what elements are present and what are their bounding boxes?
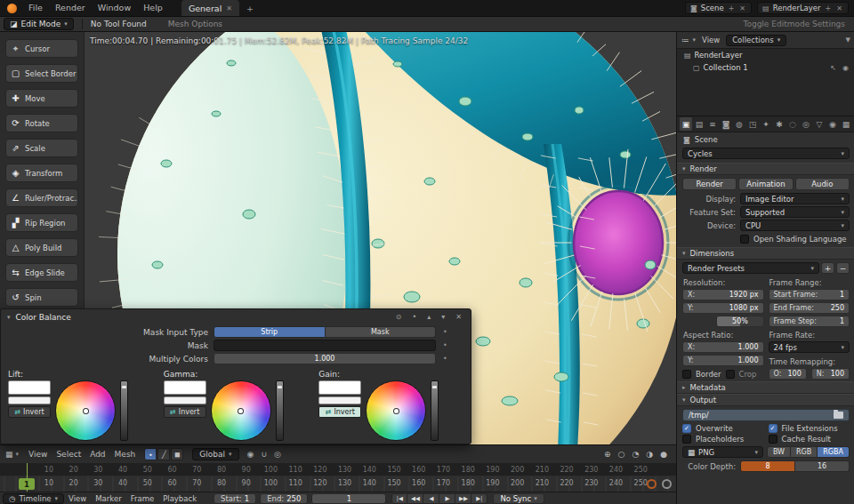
- gain-value-slider[interactable]: [318, 396, 361, 404]
- start-frame-slider[interactable]: Start Frame: 1: [769, 289, 850, 300]
- multiply-colors-slider[interactable]: 1.000: [214, 353, 436, 364]
- remove-preset-button[interactable]: −: [836, 262, 850, 274]
- gamma-invert-button[interactable]: ⇄ Invert: [164, 406, 206, 418]
- face-select-button[interactable]: ◼: [171, 448, 183, 460]
- lift-value-slider[interactable]: [8, 396, 51, 404]
- snap-magnet-icon[interactable]: ∪: [257, 450, 270, 459]
- render-button[interactable]: Render: [682, 178, 737, 190]
- lift-color-wheel[interactable]: [55, 380, 116, 441]
- outliner-view-menu[interactable]: View: [699, 32, 722, 48]
- menu-frame[interactable]: Frame: [126, 492, 158, 504]
- tab-world[interactable]: ◍: [733, 117, 745, 131]
- render-engine-dropdown[interactable]: Cycles ▾: [682, 148, 850, 159]
- aspect-x-slider[interactable]: X: 1.000: [682, 341, 764, 353]
- tab-modifiers[interactable]: ✦: [760, 117, 772, 131]
- resolution-percentage-slider[interactable]: 50%: [716, 316, 763, 327]
- animate-dot-icon[interactable]: •: [443, 328, 447, 336]
- border-checkbox[interactable]: [682, 370, 691, 379]
- render-visibility-icon[interactable]: ◉: [842, 64, 849, 72]
- mask-input[interactable]: [214, 340, 436, 351]
- end-frame-slider[interactable]: End Frame: 250: [769, 302, 850, 314]
- tab-scene[interactable]: ◙: [720, 117, 732, 131]
- output-panel-header[interactable]: ▾ Output: [677, 394, 854, 406]
- device-dropdown[interactable]: CPU ▾: [740, 220, 850, 231]
- close-icon[interactable]: ✕: [226, 4, 232, 12]
- animate-dot-icon[interactable]: •: [443, 341, 447, 349]
- edge-select-button[interactable]: ╱: [157, 448, 170, 460]
- gamma-value-slider[interactable]: [164, 396, 206, 404]
- animate-dot-icon[interactable]: •: [443, 355, 447, 363]
- render-animation-button[interactable]: Animation: [738, 178, 793, 190]
- gain-invert-button[interactable]: ⇄ Invert: [318, 406, 361, 418]
- gizmos-icon[interactable]: ⊕: [600, 450, 615, 459]
- shading-wireframe-icon[interactable]: ○: [615, 450, 629, 459]
- menu-help[interactable]: Help: [137, 0, 169, 16]
- tool-rotate-button[interactable]: ⟳Rotate: [5, 114, 78, 132]
- depth-16-button[interactable]: 16: [795, 460, 850, 472]
- move-down-icon[interactable]: ▾: [439, 313, 447, 321]
- tool-rip-region-button[interactable]: ▞Rip Region: [5, 213, 78, 232]
- menu-file[interactable]: File: [22, 0, 49, 16]
- resolution-x-slider[interactable]: X: 1920 px: [682, 289, 764, 300]
- tab-material[interactable]: ◉: [826, 117, 839, 131]
- workspace-tab-general[interactable]: General ✕: [181, 0, 239, 16]
- scene-selector[interactable]: ◙ Scene + ✕: [685, 2, 752, 14]
- menu-marker[interactable]: Marker: [91, 492, 125, 504]
- shading-material-icon[interactable]: ◑: [642, 450, 657, 459]
- tab-object-data[interactable]: ▽: [813, 117, 826, 131]
- outliner-display-mode-dropdown[interactable]: Collections ▾: [726, 35, 786, 46]
- tool-transform-button[interactable]: ◈Transform: [5, 164, 78, 182]
- metadata-panel-header[interactable]: ▸ Metadata: [677, 381, 854, 394]
- render-audio-button[interactable]: Audio: [795, 178, 850, 190]
- delete-scene-button[interactable]: ✕: [738, 4, 746, 12]
- aspect-y-slider[interactable]: Y: 1.000: [682, 355, 764, 366]
- rgba-button[interactable]: RGBA: [818, 446, 850, 458]
- delete-layer-button[interactable]: ✕: [835, 4, 843, 12]
- sync-mode-dropdown[interactable]: No Sync ▾: [493, 493, 544, 504]
- osl-checkbox[interactable]: [740, 235, 749, 244]
- folder-icon[interactable]: [834, 412, 843, 419]
- feature-set-dropdown[interactable]: Supported ▾: [740, 206, 850, 218]
- tab-render[interactable]: ▣: [680, 117, 692, 131]
- next-keyframe-button[interactable]: ▶▶: [455, 493, 471, 504]
- menu-select[interactable]: Select: [52, 445, 85, 464]
- collapse-icon[interactable]: ▾: [7, 314, 11, 321]
- mask-button[interactable]: Mask: [326, 326, 437, 338]
- strip-button[interactable]: Strip: [214, 326, 326, 338]
- new-layer-button[interactable]: +: [825, 4, 833, 12]
- overwrite-checkbox[interactable]: ✓: [682, 424, 691, 433]
- start-frame-field[interactable]: Start: 1: [214, 493, 256, 504]
- add-preset-button[interactable]: +: [821, 262, 834, 274]
- blender-logo-icon[interactable]: [7, 4, 17, 13]
- shading-solid-icon[interactable]: ◔: [628, 450, 642, 459]
- depth-8-button[interactable]: 8: [740, 460, 795, 472]
- menu-window[interactable]: Window: [92, 0, 137, 16]
- menu-render[interactable]: Render: [49, 0, 92, 16]
- frame-rate-dropdown[interactable]: 24 fps ▾: [769, 341, 850, 353]
- rgb-button[interactable]: RGB: [791, 446, 818, 458]
- render-layer-selector[interactable]: ▤ RenderLayer + ✕: [757, 2, 849, 14]
- timeline-ruler[interactable]: 1020304050607080901001101201301401501601…: [0, 476, 676, 492]
- file-extensions-checkbox[interactable]: ✓: [769, 424, 777, 433]
- output-path-field[interactable]: /tmp/: [682, 409, 850, 421]
- auto-keyframe-icon[interactable]: [647, 479, 657, 489]
- tool-cursor-button[interactable]: ⌖Cursor: [5, 39, 78, 58]
- tool-poly-build-button[interactable]: △Poly Build: [5, 238, 78, 257]
- vertex-select-button[interactable]: ∙: [144, 448, 157, 460]
- mesh-options-label[interactable]: Mesh Options: [168, 20, 222, 28]
- placeholders-checkbox[interactable]: [682, 435, 691, 444]
- menu-add[interactable]: Add: [85, 445, 109, 464]
- mute-eye-icon[interactable]: ⊙: [393, 313, 405, 321]
- pivot-point-icon[interactable]: ◉: [244, 450, 258, 459]
- shading-rendered-icon[interactable]: ●: [657, 450, 676, 459]
- outliner-item-renderlayer[interactable]: ▤ RenderLayer: [677, 49, 854, 61]
- tab-output[interactable]: ▤: [693, 117, 705, 131]
- gain-color-swatch[interactable]: [318, 380, 361, 395]
- color-balance-header[interactable]: ▾ Color Balance ⊙ • ▴ ▾ ✕: [1, 309, 471, 324]
- tab-view-layer[interactable]: ≡: [706, 117, 719, 131]
- tool-scale-button[interactable]: ⇗Scale: [5, 139, 78, 157]
- jump-to-start-button[interactable]: |◀: [391, 493, 407, 504]
- keyframe-dot-icon[interactable]: •: [410, 313, 420, 321]
- outliner-editor-icon[interactable]: ≔: [681, 36, 689, 44]
- outliner-item-collection[interactable]: ▢ Collection 1 ↖ ◉: [677, 61, 854, 74]
